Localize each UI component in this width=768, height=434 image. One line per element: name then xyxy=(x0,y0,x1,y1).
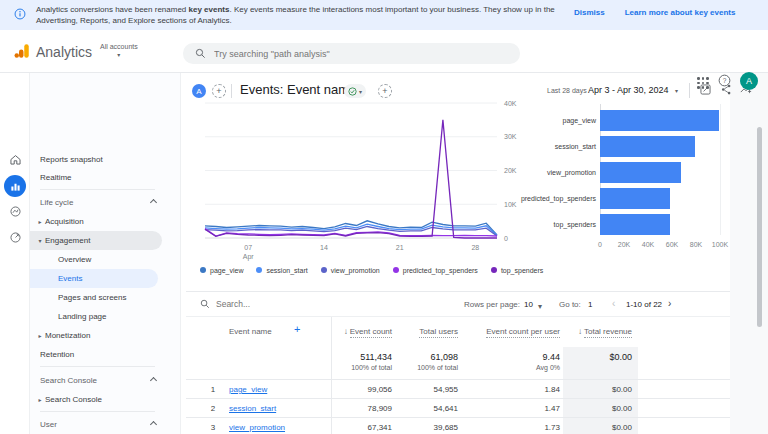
home-icon[interactable] xyxy=(7,151,23,167)
legend-label: page_view xyxy=(210,267,243,274)
add-column-icon[interactable]: + xyxy=(294,323,300,335)
advertising-icon[interactable] xyxy=(7,229,23,245)
y-tick-label: 20K xyxy=(504,167,517,174)
comparison-chip[interactable]: A xyxy=(192,84,206,98)
divider xyxy=(689,83,690,98)
table-row[interactable]: 2 session_start 78,909 54,641 1.47 $0.00 xyxy=(186,398,730,417)
event-link[interactable]: session_start xyxy=(229,404,276,413)
reports-icon[interactable] xyxy=(4,175,26,197)
learn-more-link[interactable]: Learn more about key events xyxy=(625,8,736,17)
app-title: Analytics xyxy=(36,44,92,60)
events-table: Rows per page: 10 ▾ Go to: 1 ‹ 1-10 of 2… xyxy=(186,291,730,434)
analytics-logo-icon[interactable] xyxy=(12,42,32,60)
table-row[interactable]: 1 page_view 99,056 54,955 1.84 $0.00 xyxy=(186,379,730,398)
bar-category-label: predicted_top_spenders xyxy=(520,188,596,209)
legend-label: predicted_top_spenders xyxy=(403,267,478,274)
legend-label: top_spenders xyxy=(501,267,543,274)
user-avatar[interactable]: A xyxy=(740,72,758,90)
sidebar-item-realtime[interactable]: Realtime xyxy=(30,168,180,187)
app-header: Analytics All accounts ▾ ? A xyxy=(0,30,768,73)
x-tick-label: 28 xyxy=(471,244,479,251)
bar-category-label: session_start xyxy=(520,136,596,157)
bar-category-label: page_view xyxy=(520,110,596,131)
legend-item-top_spenders[interactable]: top_spenders xyxy=(491,267,543,274)
sidebar-item-landing-page[interactable]: Landing page xyxy=(30,307,180,326)
divider xyxy=(40,366,155,367)
help-icon[interactable]: ? xyxy=(718,74,731,87)
y-tick-label: 0 xyxy=(504,235,508,242)
explore-icon[interactable] xyxy=(7,203,23,219)
tri-right-icon: ▸ xyxy=(35,218,45,225)
sidebar-item-monetization[interactable]: ▸Monetization xyxy=(30,326,180,345)
sidebar-item-search-console[interactable]: ▸Search Console xyxy=(30,390,180,409)
sidebar-item-engagement[interactable]: ▾Engagement xyxy=(30,231,162,250)
global-search[interactable] xyxy=(183,43,520,64)
goto-input[interactable]: 1 xyxy=(588,300,592,309)
y-tick-label: 40K xyxy=(504,100,517,107)
column-header-total-revenue[interactable]: ↓Total revenue xyxy=(578,327,632,336)
legend-item-predicted_top_spenders[interactable]: predicted_top_spenders xyxy=(393,267,478,274)
sidebar-item-pages-and-screens[interactable]: Pages and screens xyxy=(30,288,180,307)
page-title: Events: Event name xyxy=(240,82,356,97)
x-tick-sublabel: Apr xyxy=(243,253,255,261)
sidebar-section-life-cycle[interactable]: Life cycle xyxy=(30,193,180,212)
totals-per-user: 9.44 xyxy=(542,352,560,362)
legend-item-session_start[interactable]: session_start xyxy=(256,267,307,274)
caret-down-icon: ▾ xyxy=(359,88,362,95)
totals-total-users: 61,098 xyxy=(430,352,458,362)
bar-view_promotion[interactable] xyxy=(600,162,681,183)
bar-session_start[interactable] xyxy=(600,136,695,157)
line-series-top_spenders[interactable] xyxy=(205,120,497,238)
x-tick-label: 07 xyxy=(244,244,252,251)
bar-category-label: view_promotion xyxy=(520,162,596,183)
add-metric-button[interactable]: + xyxy=(378,84,392,98)
event-link[interactable]: page_view xyxy=(229,385,267,394)
legend-item-page_view[interactable]: page_view xyxy=(200,267,243,274)
svg-text:?: ? xyxy=(723,77,727,84)
sidebar-item-overview[interactable]: Overview xyxy=(30,250,180,269)
bar-x-tick-label: 0 xyxy=(598,241,602,248)
column-header-event-count[interactable]: ↓Event count xyxy=(344,327,392,336)
collapse-up-icon xyxy=(150,199,157,206)
bar-predicted_top_spenders[interactable] xyxy=(600,188,670,209)
add-comparison-button[interactable]: + xyxy=(212,84,226,98)
column-header-event-count-per-user[interactable]: Event count per user xyxy=(486,327,560,336)
dismiss-button[interactable]: Dismiss xyxy=(574,8,605,17)
next-page-icon[interactable]: › xyxy=(668,298,671,309)
event-link[interactable]: view_promotion xyxy=(229,423,285,432)
legend-item-view_promotion[interactable]: view_promotion xyxy=(321,267,380,274)
date-range-picker[interactable]: Apr 3 - Apr 30, 2024 xyxy=(588,85,669,95)
check-circle-icon xyxy=(348,87,357,96)
sidebar-item-acquisition[interactable]: ▸Acquisition xyxy=(30,212,180,231)
tri-right-icon: ▸ xyxy=(35,332,45,339)
apps-grid-icon[interactable] xyxy=(695,75,711,91)
totals-event-count: 511,434 xyxy=(360,352,392,362)
pagination-range: 1-10 of 22 xyxy=(626,300,662,309)
sidebar-item-retention[interactable]: Retention xyxy=(30,345,180,364)
rows-per-page-select[interactable]: 10 xyxy=(524,300,533,309)
sidebar-item-events[interactable]: Events xyxy=(30,269,158,288)
account-switcher[interactable]: All accounts ▾ xyxy=(100,43,138,59)
bar-top_spenders[interactable] xyxy=(600,214,670,235)
column-header-total-users[interactable]: Total users xyxy=(419,327,458,336)
sidebar-item-reports-snapshot[interactable]: Reports snapshot xyxy=(30,150,180,169)
prev-page-icon[interactable]: ‹ xyxy=(612,298,615,309)
bar-page_view[interactable] xyxy=(600,110,719,131)
divider xyxy=(40,189,155,190)
key-events-banner: Analytics conversions have been renamed … xyxy=(0,0,768,30)
column-header-event-name[interactable]: Event name xyxy=(229,327,272,336)
search-icon xyxy=(195,48,206,59)
sidebar-section-search-console[interactable]: Search Console xyxy=(30,371,180,390)
date-preset-label: Last 28 days xyxy=(547,87,587,94)
table-search-input[interactable] xyxy=(216,299,336,309)
page-scrollbar[interactable] xyxy=(757,127,762,327)
tri-right-icon: ▸ xyxy=(35,396,45,403)
table-row[interactable]: 3 view_promotion 67,341 39,685 1.73 $0.0… xyxy=(186,417,730,434)
global-search-input[interactable] xyxy=(214,49,494,59)
events-bar-chart: page_viewsession_startview_promotionpred… xyxy=(520,104,732,264)
chart-legend: page_viewsession_startview_promotionpred… xyxy=(200,264,543,276)
report-valid-badge[interactable]: ▾ xyxy=(344,84,366,98)
sidebar-section-user[interactable]: User xyxy=(30,415,180,434)
page-gutter xyxy=(730,73,768,434)
gridline xyxy=(720,104,721,235)
